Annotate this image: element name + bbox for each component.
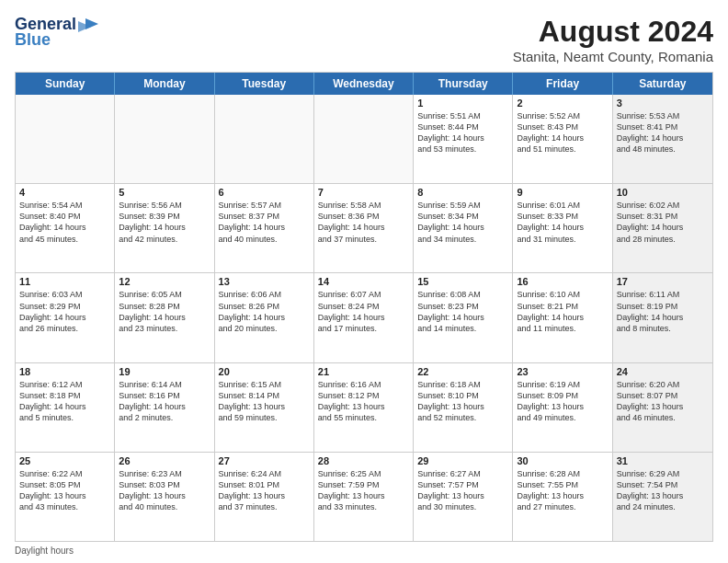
cal-cell-5-1: 25Sunrise: 6:22 AM Sunset: 8:05 PM Dayli… bbox=[16, 453, 115, 541]
cal-cell-5-7: 31Sunrise: 6:29 AM Sunset: 7:54 PM Dayli… bbox=[613, 453, 712, 541]
subtitle: Stanita, Neamt County, Romania bbox=[513, 49, 713, 64]
cal-cell-5-2: 26Sunrise: 6:23 AM Sunset: 8:03 PM Dayli… bbox=[115, 453, 214, 541]
cal-cell-1-2 bbox=[115, 95, 214, 183]
cal-cell-4-5: 22Sunrise: 6:18 AM Sunset: 8:10 PM Dayli… bbox=[414, 363, 513, 452]
day-number: 13 bbox=[219, 276, 310, 287]
header-sunday: Sunday bbox=[16, 73, 115, 95]
cal-cell-4-3: 20Sunrise: 6:15 AM Sunset: 8:14 PM Dayli… bbox=[215, 363, 314, 452]
cell-text: Sunrise: 6:29 AM Sunset: 7:54 PM Dayligh… bbox=[617, 468, 709, 513]
cal-cell-4-6: 23Sunrise: 6:19 AM Sunset: 8:09 PM Dayli… bbox=[513, 363, 612, 452]
cell-text: Sunrise: 5:52 AM Sunset: 8:43 PM Dayligh… bbox=[517, 110, 608, 155]
cell-text: Sunrise: 5:59 AM Sunset: 8:34 PM Dayligh… bbox=[417, 200, 508, 245]
cell-text: Sunrise: 5:53 AM Sunset: 8:41 PM Dayligh… bbox=[617, 110, 709, 155]
day-number: 8 bbox=[417, 187, 508, 198]
cal-cell-3-2: 12Sunrise: 6:05 AM Sunset: 8:28 PM Dayli… bbox=[115, 273, 214, 362]
cell-text: Sunrise: 6:14 AM Sunset: 8:16 PM Dayligh… bbox=[119, 379, 210, 424]
calendar-body: 1Sunrise: 5:51 AM Sunset: 8:44 PM Daylig… bbox=[16, 95, 712, 541]
day-number: 6 bbox=[219, 187, 310, 198]
cal-cell-1-5: 1Sunrise: 5:51 AM Sunset: 8:44 PM Daylig… bbox=[414, 95, 513, 183]
day-number: 25 bbox=[19, 455, 110, 466]
day-number: 11 bbox=[19, 276, 110, 287]
day-number: 10 bbox=[617, 187, 709, 198]
cal-cell-5-6: 30Sunrise: 6:28 AM Sunset: 7:55 PM Dayli… bbox=[513, 453, 612, 541]
cell-text: Sunrise: 6:01 AM Sunset: 8:33 PM Dayligh… bbox=[517, 200, 608, 245]
day-number: 15 bbox=[417, 276, 508, 287]
cal-cell-2-3: 6Sunrise: 5:57 AM Sunset: 8:37 PM Daylig… bbox=[215, 184, 314, 272]
day-number: 24 bbox=[617, 366, 709, 377]
day-number: 21 bbox=[318, 366, 409, 377]
cal-cell-2-5: 8Sunrise: 5:59 AM Sunset: 8:34 PM Daylig… bbox=[414, 184, 513, 272]
cal-cell-1-1 bbox=[16, 95, 115, 183]
cell-text: Sunrise: 6:05 AM Sunset: 8:28 PM Dayligh… bbox=[119, 289, 210, 334]
page: General Blue August 2024 Stanita, Neamt … bbox=[0, 0, 728, 563]
day-number: 3 bbox=[617, 98, 709, 109]
cell-text: Sunrise: 6:06 AM Sunset: 8:26 PM Dayligh… bbox=[219, 289, 310, 334]
cell-text: Sunrise: 6:11 AM Sunset: 8:19 PM Dayligh… bbox=[617, 289, 709, 334]
cell-text: Sunrise: 6:25 AM Sunset: 7:59 PM Dayligh… bbox=[318, 468, 409, 513]
day-number: 5 bbox=[119, 187, 210, 198]
day-number: 2 bbox=[517, 98, 608, 109]
cell-text: Sunrise: 6:15 AM Sunset: 8:14 PM Dayligh… bbox=[219, 379, 310, 424]
day-number: 9 bbox=[517, 187, 608, 198]
cell-text: Sunrise: 5:57 AM Sunset: 8:37 PM Dayligh… bbox=[219, 200, 310, 245]
cell-text: Sunrise: 6:12 AM Sunset: 8:18 PM Dayligh… bbox=[19, 379, 110, 424]
cell-text: Sunrise: 6:27 AM Sunset: 7:57 PM Dayligh… bbox=[417, 468, 508, 513]
day-number: 31 bbox=[617, 455, 709, 466]
cell-text: Sunrise: 5:58 AM Sunset: 8:36 PM Dayligh… bbox=[318, 200, 409, 245]
cell-text: Sunrise: 6:10 AM Sunset: 8:21 PM Dayligh… bbox=[517, 289, 608, 334]
cell-text: Sunrise: 6:22 AM Sunset: 8:05 PM Dayligh… bbox=[19, 468, 110, 513]
cal-cell-2-2: 5Sunrise: 5:56 AM Sunset: 8:39 PM Daylig… bbox=[115, 184, 214, 272]
day-number: 29 bbox=[417, 455, 508, 466]
title-block: August 2024 Stanita, Neamt County, Roman… bbox=[513, 15, 713, 64]
day-number: 20 bbox=[219, 366, 310, 377]
calendar-row-1: 1Sunrise: 5:51 AM Sunset: 8:44 PM Daylig… bbox=[16, 95, 712, 184]
cell-text: Sunrise: 6:19 AM Sunset: 8:09 PM Dayligh… bbox=[517, 379, 608, 424]
cal-cell-3-1: 11Sunrise: 6:03 AM Sunset: 8:29 PM Dayli… bbox=[16, 273, 115, 362]
cal-cell-2-4: 7Sunrise: 5:58 AM Sunset: 8:36 PM Daylig… bbox=[314, 184, 414, 272]
cell-text: Sunrise: 6:16 AM Sunset: 8:12 PM Dayligh… bbox=[318, 379, 409, 424]
day-number: 23 bbox=[517, 366, 608, 377]
footer-note: Daylight hours bbox=[15, 546, 713, 556]
cal-cell-3-3: 13Sunrise: 6:06 AM Sunset: 8:26 PM Dayli… bbox=[215, 273, 314, 362]
cal-cell-3-7: 17Sunrise: 6:11 AM Sunset: 8:19 PM Dayli… bbox=[613, 273, 712, 362]
cal-cell-4-4: 21Sunrise: 6:16 AM Sunset: 8:12 PM Dayli… bbox=[314, 363, 414, 452]
day-number: 17 bbox=[617, 276, 709, 287]
header-monday: Monday bbox=[115, 73, 214, 95]
header-saturday: Saturday bbox=[613, 73, 712, 95]
logo-icon bbox=[78, 17, 98, 33]
day-number: 22 bbox=[417, 366, 508, 377]
calendar-row-5: 25Sunrise: 6:22 AM Sunset: 8:05 PM Dayli… bbox=[16, 453, 712, 541]
calendar-row-4: 18Sunrise: 6:12 AM Sunset: 8:18 PM Dayli… bbox=[16, 363, 712, 453]
cal-cell-4-2: 19Sunrise: 6:14 AM Sunset: 8:16 PM Dayli… bbox=[115, 363, 214, 452]
cal-cell-3-5: 15Sunrise: 6:08 AM Sunset: 8:23 PM Dayli… bbox=[414, 273, 513, 362]
cell-text: Sunrise: 6:20 AM Sunset: 8:07 PM Dayligh… bbox=[617, 379, 709, 424]
cal-cell-2-1: 4Sunrise: 5:54 AM Sunset: 8:40 PM Daylig… bbox=[16, 184, 115, 272]
logo-blue: Blue bbox=[15, 30, 51, 50]
day-number: 19 bbox=[119, 366, 210, 377]
calendar-header: Sunday Monday Tuesday Wednesday Thursday… bbox=[16, 73, 712, 95]
header: General Blue August 2024 Stanita, Neamt … bbox=[15, 15, 713, 64]
cell-text: Sunrise: 6:24 AM Sunset: 8:01 PM Dayligh… bbox=[219, 468, 310, 513]
cell-text: Sunrise: 6:28 AM Sunset: 7:55 PM Dayligh… bbox=[517, 468, 608, 513]
cell-text: Sunrise: 6:23 AM Sunset: 8:03 PM Dayligh… bbox=[119, 468, 210, 513]
cell-text: Sunrise: 6:18 AM Sunset: 8:10 PM Dayligh… bbox=[417, 379, 508, 424]
cal-cell-1-6: 2Sunrise: 5:52 AM Sunset: 8:43 PM Daylig… bbox=[513, 95, 612, 183]
cal-cell-5-5: 29Sunrise: 6:27 AM Sunset: 7:57 PM Dayli… bbox=[414, 453, 513, 541]
cal-cell-2-6: 9Sunrise: 6:01 AM Sunset: 8:33 PM Daylig… bbox=[513, 184, 612, 272]
day-number: 12 bbox=[119, 276, 210, 287]
header-thursday: Thursday bbox=[414, 73, 513, 95]
main-title: August 2024 bbox=[513, 15, 713, 49]
day-number: 7 bbox=[318, 187, 409, 198]
cal-cell-1-3 bbox=[215, 95, 314, 183]
cal-cell-1-4 bbox=[314, 95, 414, 183]
day-number: 28 bbox=[318, 455, 409, 466]
calendar-row-3: 11Sunrise: 6:03 AM Sunset: 8:29 PM Dayli… bbox=[16, 273, 712, 362]
cell-text: Sunrise: 6:07 AM Sunset: 8:24 PM Dayligh… bbox=[318, 289, 409, 334]
cell-text: Sunrise: 5:51 AM Sunset: 8:44 PM Dayligh… bbox=[417, 110, 508, 155]
cal-cell-3-4: 14Sunrise: 6:07 AM Sunset: 8:24 PM Dayli… bbox=[314, 273, 414, 362]
day-number: 1 bbox=[417, 98, 508, 109]
day-number: 27 bbox=[219, 455, 310, 466]
day-number: 26 bbox=[119, 455, 210, 466]
cell-text: Sunrise: 6:08 AM Sunset: 8:23 PM Dayligh… bbox=[417, 289, 508, 334]
cal-cell-2-7: 10Sunrise: 6:02 AM Sunset: 8:31 PM Dayli… bbox=[613, 184, 712, 272]
